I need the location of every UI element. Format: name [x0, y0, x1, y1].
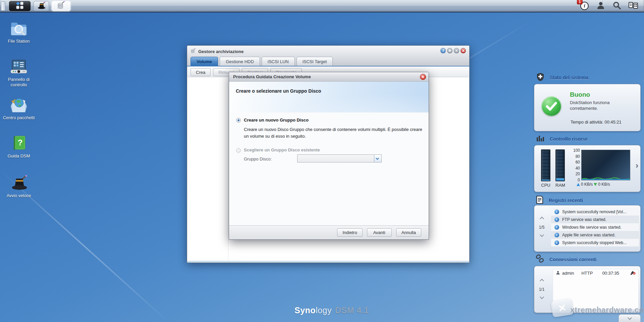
pilot-view-button[interactable] — [629, 1, 638, 11]
log-row[interactable]: iFTP service was started. — [551, 216, 639, 223]
next-button[interactable]: Avanti — [367, 228, 392, 237]
log-row[interactable]: iSystem successfully stopped Web... — [551, 239, 639, 246]
dialog-titlebar[interactable]: Procedura Guidata Creazione Volume ✕ — [229, 72, 429, 82]
log-row[interactable]: iApple file service was started. — [551, 231, 639, 239]
widget-panel-collapse-button[interactable] — [619, 314, 641, 322]
taskbar-app-quick-start[interactable] — [34, 1, 49, 11]
log-row[interactable]: iSystem successfully removed [Vol... — [551, 208, 639, 216]
storage-manager-icon — [191, 48, 196, 55]
desktop-icon-dsm-help[interactable]: ? Guida DSM — [2, 134, 36, 159]
widget-title: Stato del sistema — [550, 75, 588, 80]
back-button[interactable]: Indietro — [337, 228, 362, 237]
disk-group-field-label: Gruppo Disco: — [244, 156, 272, 162]
desktop-icon-label: File Station — [2, 39, 36, 44]
logo-light: logy — [316, 306, 332, 315]
desktop-icon-package-center[interactable]: Centro pacchetti — [2, 96, 36, 121]
search-button[interactable] — [612, 1, 621, 11]
shield-icon — [536, 73, 545, 83]
log-row[interactable]: iWindows file service was started. — [551, 223, 639, 231]
log-text: Apple file service was started. — [562, 233, 615, 237]
window-controls: ? + ✕ — [440, 48, 466, 53]
create-button[interactable]: Crea — [191, 68, 211, 76]
watermark-text: xtremehardware.com — [570, 306, 644, 315]
desktop-icon-label: Centro pacchetti — [2, 115, 36, 121]
tab-volume[interactable]: Volume — [191, 57, 218, 66]
magic-hat-icon — [9, 174, 28, 191]
dialog-title: Procedura Guidata Creazione Volume — [233, 74, 311, 79]
info-icon: i — [554, 225, 559, 230]
connections-pager: 1/1 — [537, 278, 546, 300]
cpu-gauge — [541, 149, 550, 181]
page-down-button[interactable] — [540, 295, 544, 299]
log-text: FTP service was started. — [562, 217, 606, 222]
tab-gestione-hdd[interactable]: Gestione HDD — [220, 57, 260, 66]
create-disk-group-label: Creare un nuovo Gruppo Disco — [244, 118, 309, 123]
create-disk-group-description: Creare un nuovo Disco Gruppo che consent… — [244, 126, 423, 139]
info-icon: i — [554, 210, 559, 214]
cancel-button[interactable]: Annulla — [396, 228, 421, 237]
desktop-icon-quick-start[interactable]: Avvio veloce — [2, 174, 36, 198]
select-arrow-button[interactable] — [374, 155, 381, 162]
package-center-icon — [9, 96, 28, 113]
user-account-button[interactable] — [596, 1, 605, 11]
tab-iscsi-lun[interactable]: iSCSI LUN — [262, 57, 295, 66]
create-disk-group-radio[interactable] — [236, 118, 241, 123]
page-up-button[interactable] — [540, 279, 544, 283]
dialog-footer: Indietro Avanti Annulla — [229, 225, 429, 239]
chevron-down-icon — [628, 316, 632, 320]
status-description: DiskStation funziona correttamente. — [570, 100, 625, 111]
status-ok-icon — [542, 96, 561, 116]
widget-title: Controllo risorse — [550, 136, 588, 142]
taskbar-app-storage-manager[interactable] — [52, 1, 70, 11]
window-help-button[interactable]: ? — [440, 48, 446, 53]
choose-disk-group-radio[interactable] — [236, 148, 241, 153]
axis-tick: 20 — [576, 172, 580, 176]
recent-logs-panel: 1/5 iSystem successfully removed [Vol...… — [534, 205, 641, 252]
expand-resource-monitor-button[interactable]: › — [636, 161, 638, 170]
status-value: Buono — [570, 91, 590, 98]
logs-pager: 1/5 — [537, 216, 546, 238]
window-titlebar[interactable]: Gestore archiviazione — [191, 48, 244, 55]
window-minimize-button[interactable] — [447, 48, 452, 53]
connections-header: Connessioni correnti — [536, 255, 596, 265]
tab-iscsi-target[interactable]: iSCSI Target — [297, 57, 333, 66]
dialog-header-banner: Creare o selezionare un Gruppo Disco — [229, 82, 429, 112]
storage-manager-icon — [57, 1, 65, 11]
connection-row[interactable]: admin HTTP 00:37:35 — [553, 269, 638, 277]
main-menu-button[interactable] — [9, 1, 31, 11]
desktop-icon-file-station[interactable]: File Station — [2, 19, 36, 44]
page-up-button[interactable] — [540, 217, 544, 221]
window-maximize-button[interactable]: + — [454, 48, 459, 53]
desktop-icon-label: Pannello di controllo — [2, 77, 36, 88]
window-status-strip — [187, 261, 469, 263]
connection-user: admin — [562, 271, 574, 276]
volume-creation-wizard-dialog: Procedura Guidata Creazione Volume ✕ Cre… — [229, 72, 429, 240]
dialog-close-button[interactable]: ✕ — [420, 74, 426, 80]
log-text: System successfully stopped Web... — [562, 240, 627, 245]
svg-text:?: ? — [18, 138, 23, 147]
disk-group-select[interactable] — [297, 154, 382, 163]
dialog-body: Creare un nuovo Gruppo Disco Creare un n… — [229, 112, 429, 225]
help-book-icon: ? — [9, 134, 28, 152]
axis-tick: 100 — [573, 148, 580, 153]
download-value: 0 KB/s — [598, 182, 610, 187]
page-indicator: 1/1 — [537, 287, 546, 292]
window-close-button[interactable]: ✕ — [461, 48, 466, 53]
minimize-dot — [449, 50, 451, 52]
axis-tick: 60 — [576, 160, 580, 165]
notifications-button[interactable]: i 1 — [580, 2, 589, 10]
magic-hat-icon — [37, 1, 46, 11]
control-panel-icon — [9, 58, 28, 75]
desktop-icon-label: Avvio veloce — [2, 193, 36, 198]
desktop-icon-control-panel[interactable]: Pannello di controllo — [2, 58, 36, 88]
taskbar: i 1 — [0, 0, 644, 12]
widget-title: Registri recenti — [549, 198, 583, 203]
notification-badge: 1 — [577, 0, 583, 4]
upload-value: 0 KB/s — [581, 182, 593, 187]
cpu-gauge-fill — [542, 180, 550, 181]
resource-monitor-panel: CPU RAM 100 80 60 40 20 0 0 KB/s 0 KB/s … — [534, 145, 641, 192]
show-desktop-button[interactable] — [1, 1, 5, 11]
page-down-button[interactable] — [540, 233, 544, 237]
disconnect-icon[interactable] — [630, 270, 636, 276]
log-list: iSystem successfully removed [Vol... iFT… — [551, 208, 639, 246]
